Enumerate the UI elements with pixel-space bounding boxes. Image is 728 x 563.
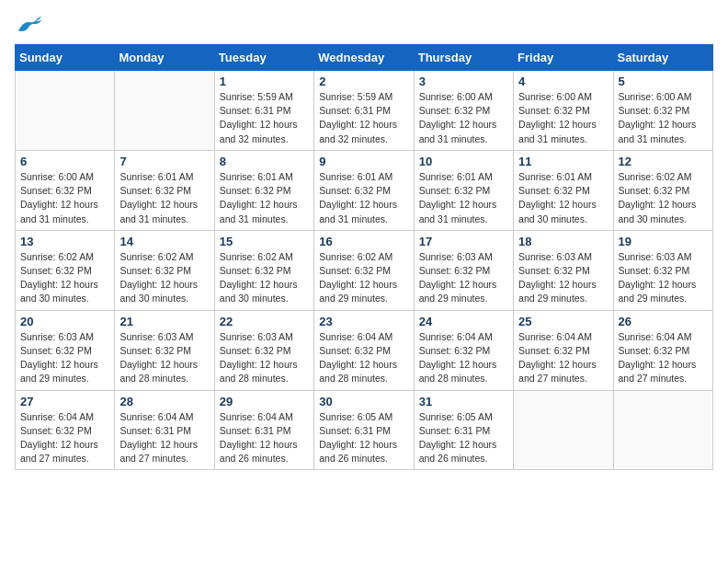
day-number: 21: [119, 315, 209, 328]
calendar-cell: 25Sunrise: 6:04 AM Sunset: 6:32 PM Dayli…: [514, 310, 613, 390]
calendar-cell: 2Sunrise: 5:59 AM Sunset: 6:31 PM Daylig…: [314, 71, 414, 151]
column-header-monday: Monday: [115, 45, 214, 71]
cell-info: Sunrise: 6:05 AM Sunset: 6:31 PM Dayligh…: [319, 410, 408, 466]
calendar-cell: 16Sunrise: 6:02 AM Sunset: 6:32 PM Dayli…: [314, 230, 414, 310]
calendar-cell: 7Sunrise: 6:01 AM Sunset: 6:32 PM Daylig…: [115, 150, 214, 230]
day-number: 9: [319, 155, 408, 168]
day-number: 4: [518, 75, 608, 88]
cell-info: Sunrise: 6:03 AM Sunset: 6:32 PM Dayligh…: [20, 330, 109, 386]
calendar-cell: 9Sunrise: 6:01 AM Sunset: 6:32 PM Daylig…: [314, 150, 414, 230]
day-number: 17: [419, 235, 508, 248]
calendar-table: SundayMondayTuesdayWednesdayThursdayFrid…: [15, 44, 713, 470]
calendar-cell: 24Sunrise: 6:04 AM Sunset: 6:32 PM Dayli…: [414, 310, 513, 390]
day-number: 16: [319, 235, 408, 248]
calendar-cell: 13Sunrise: 6:02 AM Sunset: 6:32 PM Dayli…: [16, 230, 115, 310]
calendar-cell: 27Sunrise: 6:04 AM Sunset: 6:32 PM Dayli…: [16, 390, 115, 470]
cell-info: Sunrise: 6:00 AM Sunset: 6:32 PM Dayligh…: [518, 90, 608, 146]
cell-info: Sunrise: 6:00 AM Sunset: 6:32 PM Dayligh…: [20, 170, 109, 226]
day-number: 6: [20, 155, 109, 168]
calendar-cell: 11Sunrise: 6:01 AM Sunset: 6:32 PM Dayli…: [514, 150, 613, 230]
cell-info: Sunrise: 6:02 AM Sunset: 6:32 PM Dayligh…: [319, 250, 408, 306]
cell-info: Sunrise: 6:03 AM Sunset: 6:32 PM Dayligh…: [518, 250, 608, 306]
week-row-4: 20Sunrise: 6:03 AM Sunset: 6:32 PM Dayli…: [16, 310, 713, 390]
cell-info: Sunrise: 6:04 AM Sunset: 6:32 PM Dayligh…: [419, 330, 508, 386]
calendar-cell: 14Sunrise: 6:02 AM Sunset: 6:32 PM Dayli…: [115, 230, 214, 310]
day-number: 19: [619, 235, 708, 248]
cell-info: Sunrise: 6:04 AM Sunset: 6:32 PM Dayligh…: [518, 330, 608, 386]
calendar-cell: 10Sunrise: 6:01 AM Sunset: 6:32 PM Dayli…: [414, 150, 513, 230]
cell-info: Sunrise: 6:01 AM Sunset: 6:32 PM Dayligh…: [119, 170, 209, 226]
day-number: 12: [619, 155, 708, 168]
cell-info: Sunrise: 6:03 AM Sunset: 6:32 PM Dayligh…: [119, 330, 209, 386]
cell-info: Sunrise: 6:01 AM Sunset: 6:32 PM Dayligh…: [220, 170, 309, 226]
calendar-cell: 29Sunrise: 6:04 AM Sunset: 6:31 PM Dayli…: [214, 390, 313, 470]
calendar-cell: 21Sunrise: 6:03 AM Sunset: 6:32 PM Dayli…: [115, 310, 214, 390]
cell-info: Sunrise: 6:01 AM Sunset: 6:32 PM Dayligh…: [518, 170, 608, 226]
cell-info: Sunrise: 6:00 AM Sunset: 6:32 PM Dayligh…: [619, 90, 708, 146]
day-number: 29: [220, 395, 309, 408]
day-number: 28: [119, 395, 209, 408]
calendar-cell: 4Sunrise: 6:00 AM Sunset: 6:32 PM Daylig…: [514, 71, 613, 151]
day-number: 3: [419, 75, 508, 88]
calendar-cell: [16, 71, 115, 151]
calendar-cell: [613, 390, 712, 470]
column-header-sunday: Sunday: [16, 45, 115, 71]
day-number: 27: [20, 395, 109, 408]
calendar-cell: [514, 390, 613, 470]
cell-info: Sunrise: 6:04 AM Sunset: 6:32 PM Dayligh…: [20, 410, 109, 466]
week-row-3: 13Sunrise: 6:02 AM Sunset: 6:32 PM Dayli…: [16, 230, 713, 310]
day-number: 15: [220, 235, 309, 248]
day-number: 7: [119, 155, 209, 168]
cell-info: Sunrise: 6:04 AM Sunset: 6:32 PM Dayligh…: [319, 330, 408, 386]
calendar-cell: 31Sunrise: 6:05 AM Sunset: 6:31 PM Dayli…: [414, 390, 513, 470]
calendar-cell: 1Sunrise: 5:59 AM Sunset: 6:31 PM Daylig…: [214, 71, 313, 151]
day-number: 11: [518, 155, 608, 168]
calendar-cell: 30Sunrise: 6:05 AM Sunset: 6:31 PM Dayli…: [314, 390, 414, 470]
calendar-cell: 22Sunrise: 6:03 AM Sunset: 6:32 PM Dayli…: [214, 310, 313, 390]
day-number: 31: [419, 395, 508, 408]
calendar-header-row: SundayMondayTuesdayWednesdayThursdayFrid…: [16, 45, 713, 71]
cell-info: Sunrise: 6:03 AM Sunset: 6:32 PM Dayligh…: [220, 330, 309, 386]
calendar-cell: 20Sunrise: 6:03 AM Sunset: 6:32 PM Dayli…: [16, 310, 115, 390]
cell-info: Sunrise: 6:00 AM Sunset: 6:32 PM Dayligh…: [419, 90, 508, 146]
cell-info: Sunrise: 6:02 AM Sunset: 6:32 PM Dayligh…: [20, 250, 109, 306]
week-row-5: 27Sunrise: 6:04 AM Sunset: 6:32 PM Dayli…: [16, 390, 713, 470]
column-header-wednesday: Wednesday: [314, 45, 414, 71]
cell-info: Sunrise: 6:02 AM Sunset: 6:32 PM Dayligh…: [119, 250, 209, 306]
calendar-cell: 5Sunrise: 6:00 AM Sunset: 6:32 PM Daylig…: [613, 71, 712, 151]
cell-info: Sunrise: 6:04 AM Sunset: 6:31 PM Dayligh…: [220, 410, 309, 466]
week-row-1: 1Sunrise: 5:59 AM Sunset: 6:31 PM Daylig…: [16, 71, 713, 151]
day-number: 22: [220, 315, 309, 328]
week-row-2: 6Sunrise: 6:00 AM Sunset: 6:32 PM Daylig…: [16, 150, 713, 230]
cell-info: Sunrise: 6:05 AM Sunset: 6:31 PM Dayligh…: [419, 410, 508, 466]
calendar-cell: 23Sunrise: 6:04 AM Sunset: 6:32 PM Dayli…: [314, 310, 414, 390]
cell-info: Sunrise: 6:01 AM Sunset: 6:32 PM Dayligh…: [319, 170, 408, 226]
cell-info: Sunrise: 6:02 AM Sunset: 6:32 PM Dayligh…: [220, 250, 309, 306]
calendar-cell: [115, 71, 214, 151]
day-number: 23: [319, 315, 408, 328]
day-number: 25: [518, 315, 608, 328]
day-number: 26: [619, 315, 708, 328]
cell-info: Sunrise: 5:59 AM Sunset: 6:31 PM Dayligh…: [220, 90, 309, 146]
cell-info: Sunrise: 6:04 AM Sunset: 6:32 PM Dayligh…: [619, 330, 708, 386]
day-number: 1: [220, 75, 309, 88]
day-number: 24: [419, 315, 508, 328]
day-number: 14: [119, 235, 209, 248]
column-header-tuesday: Tuesday: [214, 45, 313, 71]
calendar-cell: 17Sunrise: 6:03 AM Sunset: 6:32 PM Dayli…: [414, 230, 513, 310]
logo: [15, 15, 42, 35]
cell-info: Sunrise: 6:03 AM Sunset: 6:32 PM Dayligh…: [619, 250, 708, 306]
day-number: 13: [20, 235, 109, 248]
calendar-cell: 3Sunrise: 6:00 AM Sunset: 6:32 PM Daylig…: [414, 71, 513, 151]
calendar-cell: 28Sunrise: 6:04 AM Sunset: 6:31 PM Dayli…: [115, 390, 214, 470]
day-number: 8: [220, 155, 309, 168]
page-header: [15, 15, 713, 35]
day-number: 5: [619, 75, 708, 88]
column-header-friday: Friday: [514, 45, 613, 71]
cell-info: Sunrise: 5:59 AM Sunset: 6:31 PM Dayligh…: [319, 90, 408, 146]
day-number: 10: [419, 155, 508, 168]
cell-info: Sunrise: 6:04 AM Sunset: 6:31 PM Dayligh…: [119, 410, 209, 466]
cell-info: Sunrise: 6:01 AM Sunset: 6:32 PM Dayligh…: [419, 170, 508, 226]
calendar-cell: 18Sunrise: 6:03 AM Sunset: 6:32 PM Dayli…: [514, 230, 613, 310]
day-number: 20: [20, 315, 109, 328]
